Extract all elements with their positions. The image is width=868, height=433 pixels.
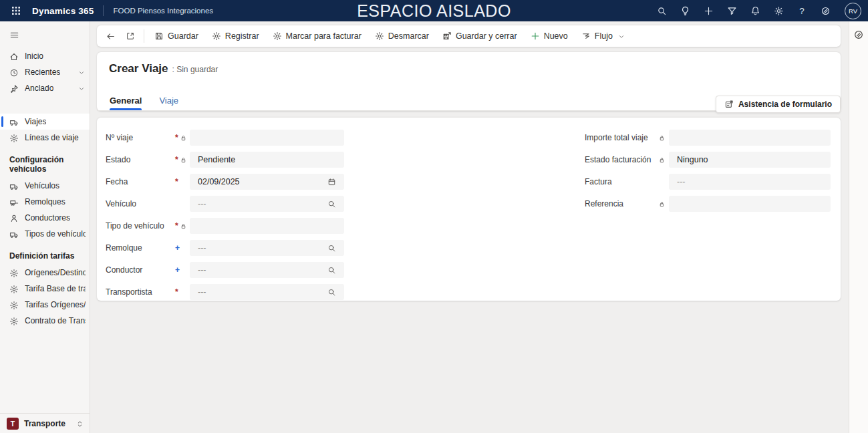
sidebar-item-lineas-de-viaje[interactable]: Líneas de viaje [0, 130, 90, 146]
truck-icon [9, 229, 19, 239]
conductor-lookup[interactable]: --- [190, 262, 344, 278]
field-label: Factura [585, 177, 658, 186]
flujo-button[interactable]: Flujo [575, 27, 631, 45]
lookup-search-icon[interactable] [327, 287, 336, 296]
tipo-de-vehiculo-input[interactable] [190, 218, 344, 234]
chevron-down-icon[interactable] [78, 84, 86, 93]
area-label: Transporte [24, 419, 65, 428]
gear-icon [9, 300, 19, 310]
feedback-icon[interactable] [820, 5, 831, 16]
required-marker: * [175, 156, 178, 164]
guardar-y-cerrar-button[interactable]: Guardar y cerrar [436, 27, 523, 45]
factura-input[interactable]: --- [669, 174, 831, 190]
chevron-down-icon [617, 31, 625, 41]
waffle-icon[interactable] [7, 1, 25, 20]
sidebar-item-anclado[interactable]: Anclado [0, 80, 90, 96]
transportista-lookup[interactable]: --- [190, 284, 344, 300]
lookup-search-icon[interactable] [327, 198, 336, 208]
action-gear-icon [273, 31, 282, 41]
add-icon[interactable] [703, 5, 714, 16]
guardar-button[interactable]: Guardar [148, 27, 204, 45]
person-icon [9, 213, 19, 223]
app-name[interactable]: Dynamics 365 [32, 6, 94, 16]
lightbulb-icon[interactable] [680, 5, 690, 16]
sidebar-item-label: Anclado [25, 84, 53, 93]
sidebar-item-recientes[interactable]: Recientes [0, 64, 90, 80]
field-label: Referencia [585, 199, 658, 208]
sidebar-item-tarifa-base[interactable]: Tarifa Base de transp... [0, 281, 90, 297]
sidebar-item-tipos-de-vehiculos[interactable]: Tipos de vehículos [0, 226, 90, 242]
marcar-para-facturar-button[interactable]: Marcar para facturar [267, 27, 368, 45]
settings-icon[interactable] [773, 5, 784, 16]
sidebar-item-remolques[interactable]: Remolques [0, 194, 90, 210]
sidebar-spacer [0, 96, 90, 114]
sidebar-item-tarifas-origenes[interactable]: Tarifas Orígenes/Des... [0, 297, 90, 313]
back-icon[interactable] [101, 27, 120, 45]
form-body: Nº viaje * Estado * Pendiente Fecha * 02… [97, 118, 841, 301]
sidebar-item-contrato-transporte[interactable]: Contrato de Transpo... [0, 313, 90, 329]
estado-facturacion-input[interactable]: Ninguno [669, 152, 831, 168]
sidebar-item-viajes[interactable]: Viajes [0, 114, 90, 130]
no-viaje-input[interactable] [190, 130, 344, 146]
sidebar-item-label: Líneas de viaje [25, 133, 79, 142]
org-name[interactable]: FOOD Piensos Integraciones [113, 7, 213, 15]
sidebar-item-label: Tarifa Base de transp... [25, 284, 86, 293]
field-label: Estado [106, 155, 175, 164]
form-assist-button[interactable]: Asistencia de formulario [716, 96, 841, 113]
help-icon[interactable]: ? [797, 5, 807, 16]
sidebar-item-vehiculos[interactable]: Vehículos [0, 178, 90, 194]
tab-viaje[interactable]: Viaje [159, 90, 178, 110]
chevron-down-icon[interactable] [78, 67, 86, 77]
lock-icon [180, 133, 187, 142]
sidebar-item-label: Remolques [25, 197, 65, 206]
area-switcher[interactable]: T Transporte [0, 413, 90, 433]
vehiculo-lookup[interactable]: --- [190, 196, 344, 212]
field-label: Tipo de vehículo [106, 221, 175, 231]
copilot-icon[interactable] [853, 29, 864, 40]
remolque-lookup[interactable]: --- [190, 240, 344, 256]
pin-icon [9, 84, 19, 94]
search-icon[interactable] [656, 5, 667, 16]
referencia-input[interactable] [669, 196, 831, 212]
recommended-marker: + [175, 266, 180, 274]
desmarcar-button[interactable]: Desmarcar [369, 27, 435, 45]
sidebar-item-label: Conductores [25, 213, 70, 223]
save-status: : Sin guardar [172, 65, 219, 74]
form-column-right: Importe total viaje Estado facturación N… [585, 126, 831, 214]
calendar-icon[interactable] [327, 176, 336, 186]
trailer-icon [9, 197, 19, 207]
open-in-new-window-icon[interactable] [121, 27, 140, 45]
filter-icon[interactable] [726, 5, 737, 16]
field-label: Vehículo [106, 199, 175, 208]
sidebar-item-origenes-destinos[interactable]: Orígenes/Destinos [0, 265, 90, 281]
lookup-search-icon[interactable] [327, 265, 336, 274]
importe-total-viaje-input[interactable] [669, 130, 831, 146]
field-estado: Estado * Pendiente [106, 148, 344, 170]
sidebar-item-inicio[interactable]: Inicio [0, 48, 90, 64]
sidebar-item-label: Tarifas Orígenes/Des... [25, 300, 86, 309]
form-header: Crear Viaje : Sin guardar General Viaje … [97, 52, 841, 111]
avatar[interactable]: RV [845, 3, 861, 19]
estado-input[interactable]: Pendiente [190, 152, 344, 168]
form-assist-icon [724, 100, 734, 110]
notifications-icon[interactable] [750, 5, 760, 16]
recommended-marker: + [175, 244, 180, 252]
field-label: Nº viaje [106, 133, 175, 142]
sidebar-item-label: Tipos de vehículos [25, 229, 86, 239]
hamburger-icon[interactable] [0, 21, 90, 44]
save-icon [154, 31, 164, 41]
required-marker: * [175, 178, 178, 186]
fecha-input[interactable]: 02/09/2025 [190, 174, 344, 190]
nuevo-button[interactable]: Nuevo [525, 27, 574, 45]
field-label: Conductor [106, 265, 175, 275]
lookup-search-icon[interactable] [327, 243, 336, 252]
tab-general[interactable]: General [110, 90, 142, 110]
registrar-button[interactable]: Registrar [206, 27, 265, 45]
sidebar-item-label: Viajes [25, 117, 46, 126]
sidebar-item-conductores[interactable]: Conductores [0, 210, 90, 226]
field-conductor: Conductor + --- [106, 259, 344, 281]
field-fecha: Fecha * 02/09/2025 [106, 170, 344, 192]
area-badge: T [7, 418, 19, 430]
field-label: Estado facturación [585, 155, 658, 164]
field-vehiculo: Vehículo --- [106, 192, 344, 214]
